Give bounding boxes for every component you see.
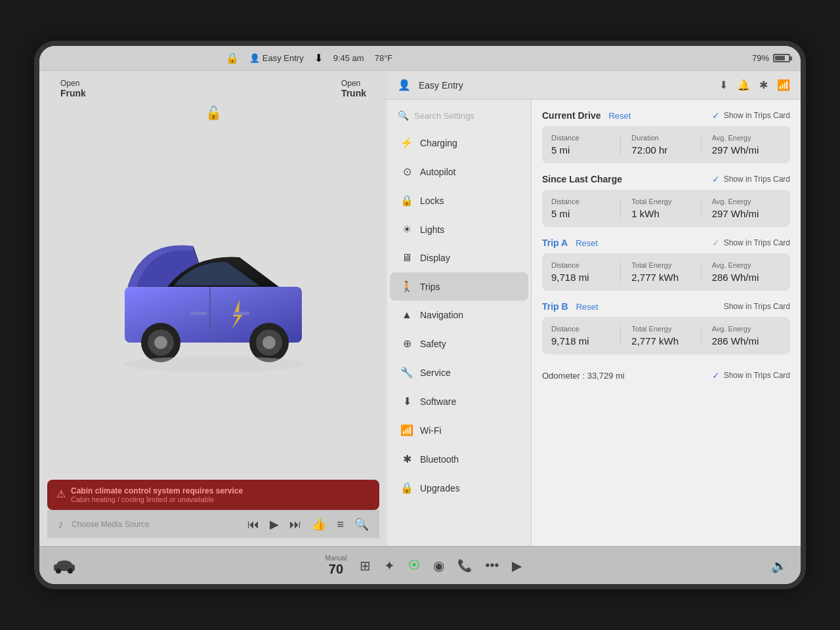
ta-ae-value: 286 Wh/mi bbox=[712, 272, 781, 283]
temp-value: 70 bbox=[326, 562, 347, 577]
sidebar-item-autopilot[interactable]: ⊙ Autopilot bbox=[390, 158, 528, 186]
like-button[interactable]: 👍 bbox=[312, 517, 326, 532]
cd-dur-label: Duration bbox=[631, 134, 700, 142]
apps-icon[interactable]: ⊞ bbox=[360, 558, 371, 574]
status-center: 🔒 👤 Easy Entry ⬇ 9:45 am 78°F bbox=[226, 52, 392, 64]
sparkle-icon[interactable]: ✦ bbox=[384, 558, 395, 574]
profile-person-icon: 👤 bbox=[249, 53, 260, 63]
search-bar[interactable]: 🔍 Search Settings bbox=[387, 105, 531, 126]
profile-bar-icons: ⬇ 🔔 ✱ 📶 bbox=[719, 79, 790, 91]
download-icon[interactable]: ⬇ bbox=[719, 79, 728, 91]
phone-icon[interactable]: 📞 bbox=[457, 558, 472, 573]
warning-subtitle: Cabin heating / cooling limited or unava… bbox=[71, 495, 243, 503]
trip-a-card: Distance 9,718 mi Total Energy 2,777 kWh… bbox=[542, 253, 790, 291]
slc-dist-label: Distance bbox=[551, 198, 620, 205]
service-label: Service bbox=[420, 368, 451, 378]
temp-label: Manual bbox=[326, 555, 347, 562]
current-drive-reset[interactable]: Reset bbox=[608, 111, 631, 121]
sidebar-item-upgrades[interactable]: 🔒 Upgrades bbox=[390, 474, 528, 502]
volume-icon[interactable]: 🔊 bbox=[771, 558, 788, 574]
car-labels: Open Frunk Open Trunk bbox=[47, 79, 379, 98]
next-track-button[interactable]: ⏭ bbox=[289, 518, 301, 532]
sidebar-item-navigation[interactable]: ▲ Navigation bbox=[390, 301, 528, 329]
slc-ae-value: 297 Wh/mi bbox=[712, 208, 781, 219]
car-icon-taskbar[interactable] bbox=[52, 558, 76, 574]
status-download-icon: ⬇ bbox=[314, 52, 323, 64]
sidebar-item-service[interactable]: 🔧 Service bbox=[390, 358, 528, 387]
profile-section: 👤 Easy Entry bbox=[249, 53, 304, 63]
tb-dist-value: 9,718 mi bbox=[551, 335, 620, 346]
search-placeholder: Search Settings bbox=[414, 111, 474, 121]
current-drive-show-label: Show in Trips Card bbox=[724, 111, 790, 120]
ta-dist-value: 9,718 mi bbox=[551, 272, 620, 283]
prev-track-button[interactable]: ⏮ bbox=[247, 518, 259, 532]
sidebar-item-wifi[interactable]: 📶 Wi-Fi bbox=[390, 416, 528, 444]
trip-a-show-label: Show in Trips Card bbox=[724, 238, 790, 247]
slc-total-energy: Total Energy 1 kWh bbox=[620, 198, 700, 219]
bluetooth-icon[interactable]: ✱ bbox=[759, 79, 768, 91]
trunk-state: Open bbox=[341, 79, 366, 88]
slc-show-label: Show in Trips Card bbox=[724, 175, 790, 184]
profile-bar-icon: 👤 bbox=[398, 79, 411, 91]
play-icon[interactable]: ▶ bbox=[512, 558, 522, 574]
status-profile-name: Easy Entry bbox=[262, 53, 304, 63]
battery-fill bbox=[775, 56, 785, 60]
trip-b-section: Trip B Reset Show in Trips Card Distance… bbox=[542, 301, 790, 354]
slc-avg-energy: Avg. Energy 297 Wh/mi bbox=[701, 198, 781, 219]
trip-b-card: Distance 9,718 mi Total Energy 2,777 kWh… bbox=[542, 317, 790, 354]
trip-a-title: Trip A bbox=[542, 238, 568, 248]
status-temp: 78°F bbox=[375, 53, 393, 63]
software-icon: ⬇ bbox=[400, 395, 413, 408]
bell-icon[interactable]: 🔔 bbox=[737, 79, 750, 91]
display-icon: 🖥 bbox=[400, 252, 413, 264]
temp-control[interactable]: Manual 70 bbox=[326, 555, 347, 577]
trips-content: Current Drive Reset ✓ Show in Trips Card… bbox=[532, 100, 801, 546]
cd-dur-value: 72:00 hr bbox=[631, 144, 700, 156]
camera-icon[interactable]: ◉ bbox=[433, 558, 444, 574]
search-icon: 🔍 bbox=[398, 110, 409, 121]
since-last-charge-card: Distance 5 mi Total Energy 1 kWh Avg. En… bbox=[542, 190, 790, 227]
play-button[interactable]: ▶ bbox=[270, 517, 279, 532]
sidebar-item-locks[interactable]: 🔒 Locks bbox=[390, 186, 528, 215]
lock-status-icon: 🔒 bbox=[226, 52, 239, 64]
sidebar-item-software[interactable]: ⬇ Software bbox=[390, 387, 528, 415]
software-label: Software bbox=[420, 396, 456, 407]
odo-show-label: Show in Trips Card bbox=[724, 371, 790, 380]
service-icon: 🔧 bbox=[400, 366, 413, 379]
charging-icon: ⚡ bbox=[400, 136, 413, 149]
main-content: Open Frunk Open Trunk 🔓 bbox=[39, 71, 801, 546]
svg-point-13 bbox=[68, 568, 73, 574]
trunk-name: Trunk bbox=[341, 88, 366, 98]
sidebar-item-charging[interactable]: ⚡ Charging bbox=[390, 129, 528, 157]
trip-b-reset[interactable]: Reset bbox=[576, 302, 598, 312]
trip-a-avg-energy: Avg. Energy 286 Wh/mi bbox=[701, 261, 781, 283]
odometer-label: Odometer : 33,729 mi bbox=[542, 371, 625, 381]
trip-b-show-label: Show in Trips Card bbox=[724, 302, 790, 311]
sidebar-item-display[interactable]: 🖥 Display bbox=[390, 244, 528, 272]
frunk-label: Open Frunk bbox=[60, 79, 86, 98]
sidebar-item-trips[interactable]: 🚶 Trips bbox=[390, 272, 528, 301]
trips-icon: 🚶 bbox=[400, 280, 413, 293]
sidebar-item-safety[interactable]: ⊕ Safety bbox=[390, 329, 528, 358]
more-button[interactable]: ••• bbox=[485, 558, 499, 573]
media-source-label: Choose Media Source bbox=[72, 520, 240, 529]
lights-label: Lights bbox=[420, 224, 444, 235]
cd-energy-label: Avg. Energy bbox=[712, 134, 781, 142]
trip-a-reset[interactable]: Reset bbox=[576, 238, 598, 248]
profile-bar-name: Easy Entry bbox=[419, 80, 463, 91]
spotify-icon[interactable]: ⦿ bbox=[408, 558, 420, 572]
search-media-button[interactable]: 🔍 bbox=[354, 517, 369, 532]
sidebar-item-lights[interactable]: ☀ Lights bbox=[390, 215, 528, 243]
slc-show-trips: ✓ Show in Trips Card bbox=[712, 174, 790, 184]
odometer-label-text: Odometer : bbox=[542, 371, 585, 381]
charging-label: Charging bbox=[420, 138, 457, 148]
equalizer-button[interactable]: ≡ bbox=[337, 518, 344, 532]
odometer-show-trips: ✓ Show in Trips Card bbox=[712, 370, 790, 381]
car-visualization bbox=[89, 215, 338, 372]
trip-b-distance: Distance 9,718 mi bbox=[551, 325, 620, 346]
sidebar-item-bluetooth[interactable]: ✱ Bluetooth bbox=[390, 445, 528, 473]
ta-te-value: 2,777 kWh bbox=[631, 272, 700, 283]
svg-point-12 bbox=[56, 568, 61, 574]
autopilot-label: Autopilot bbox=[420, 167, 455, 177]
ta-dist-label: Distance bbox=[551, 261, 620, 269]
